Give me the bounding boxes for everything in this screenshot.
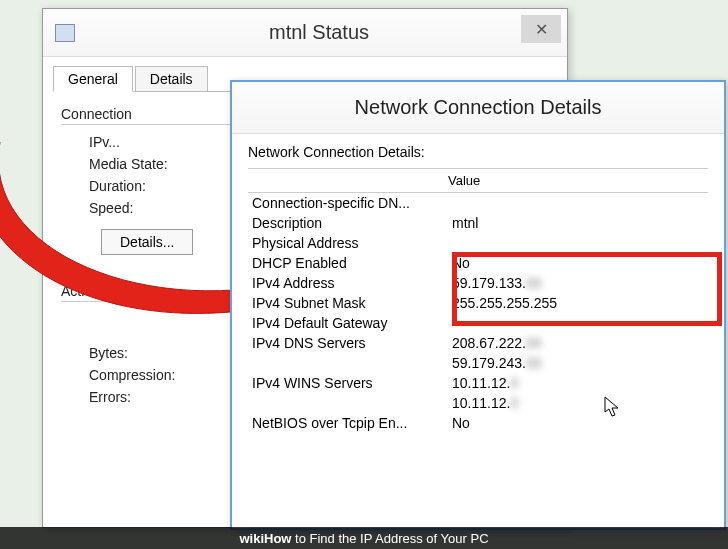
footer-caption: wikiHow to Find the IP Address of Your P… xyxy=(0,527,728,549)
network-details-window: Network Connection Details Network Conne… xyxy=(230,80,726,530)
table-row: Connection-specific DN... xyxy=(248,193,708,213)
tab-details[interactable]: Details xyxy=(135,66,208,92)
close-button[interactable]: ✕ xyxy=(521,15,561,43)
footer-brand: wikiHow xyxy=(239,531,291,546)
table-row: IPv4 DNS Servers208.67.222.00 xyxy=(248,333,708,353)
table-row: 59.179.243.00 xyxy=(248,353,708,373)
title-bar: Network Connection Details xyxy=(232,82,724,134)
table-row: IPv4 WINS Servers10.11.12.0 xyxy=(248,373,708,393)
table-row: Physical Address xyxy=(248,233,708,253)
table-row: NetBIOS over Tcpip En...No xyxy=(248,413,708,433)
window-title: mtnl Status xyxy=(83,21,555,44)
footer-text: to Find the IP Address of Your PC xyxy=(291,531,488,546)
details-button[interactable]: Details... xyxy=(101,229,193,255)
close-icon: ✕ xyxy=(535,20,548,39)
table-row: IPv4 Default Gateway xyxy=(248,313,708,333)
table-row: IPv4 Subnet Mask255.255.255.255 xyxy=(248,293,708,313)
details-subtitle: Network Connection Details: xyxy=(248,144,708,160)
table-row: DHCP EnabledNo xyxy=(248,253,708,273)
tab-general[interactable]: General xyxy=(53,66,133,92)
table-header: Property Value xyxy=(248,168,708,193)
table-row: IPv4 Address59.179.133.00 xyxy=(248,273,708,293)
window-title: Network Connection Details xyxy=(244,96,712,119)
table-row: 10.11.12.0 xyxy=(248,393,708,413)
column-property: Property xyxy=(248,173,448,188)
app-icon xyxy=(55,24,75,42)
column-value: Value xyxy=(448,173,708,188)
details-table: Connection-specific DN... Descriptionmtn… xyxy=(248,193,708,433)
title-bar: mtnl Status ✕ xyxy=(43,9,567,57)
table-row: Descriptionmtnl xyxy=(248,213,708,233)
